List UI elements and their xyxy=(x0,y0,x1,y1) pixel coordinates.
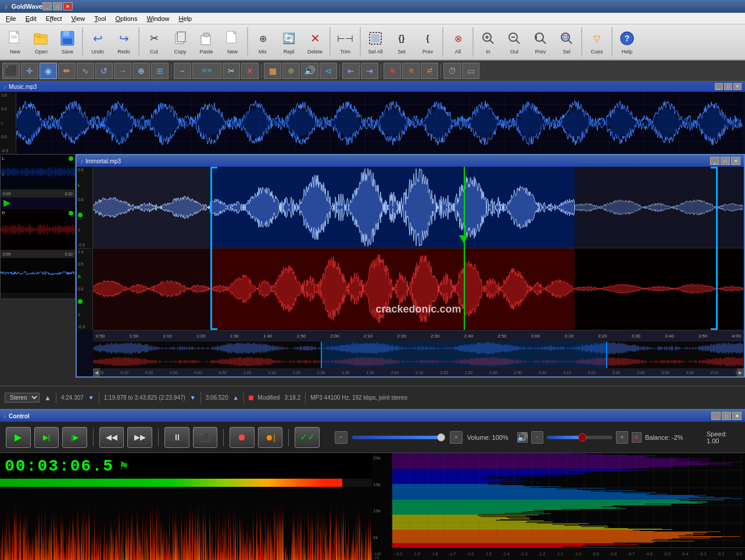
vol-minus[interactable]: − xyxy=(335,431,348,444)
toolbar-zoom-sel[interactable]: Sel xyxy=(554,26,579,58)
menu-options[interactable]: Options xyxy=(111,14,142,23)
tool-comment[interactable]: ▭ xyxy=(462,63,479,79)
vol-plus[interactable]: + xyxy=(450,431,463,444)
music-win-max[interactable]: □ xyxy=(724,83,732,90)
stop-btn[interactable]: ⬛ xyxy=(193,427,218,448)
immortal-main-waveform[interactable]: crackedonic.com xyxy=(93,167,744,330)
accept-btn[interactable]: ✓✓ xyxy=(295,427,320,448)
pos-expand[interactable]: ▲ xyxy=(233,394,239,401)
play-next-btn[interactable]: |▶ xyxy=(62,427,87,448)
toolbar-paste[interactable]: Paste xyxy=(194,26,219,58)
immortal-win-max[interactable]: □ xyxy=(721,157,730,165)
toolbar-delete[interactable]: ✕ Delete xyxy=(302,26,328,58)
tool-arrows3[interactable]: ⇄ xyxy=(421,63,438,79)
menu-tool[interactable]: Tool xyxy=(89,14,110,23)
toolbar-new[interactable]: New xyxy=(2,26,28,58)
tool-scissors[interactable]: ✂ xyxy=(223,63,240,79)
menu-edit[interactable]: Edit xyxy=(21,14,41,23)
toolbar-zoom-in[interactable]: In xyxy=(475,26,501,58)
menu-help[interactable]: Help xyxy=(174,14,197,23)
tool-fx[interactable]: ⊗ xyxy=(402,63,420,79)
menu-view[interactable]: View xyxy=(67,14,90,23)
volume-slider-thumb[interactable] xyxy=(437,433,445,441)
bal-close-btn[interactable]: ✕ xyxy=(632,432,642,443)
tool-left-bracket[interactable]: ⊕ xyxy=(132,63,150,79)
toolbar-zoom-prev[interactable]: Prev xyxy=(528,26,553,58)
toolbar-replace[interactable]: 🔄 Repl xyxy=(276,26,302,58)
overview-scroll-right[interactable]: ▶ xyxy=(737,368,744,376)
tool-arrow-right2[interactable]: ⇥ xyxy=(361,63,378,79)
toolbar-undo[interactable]: ↩ Undo xyxy=(85,26,110,58)
speaker-icon[interactable]: 🔊 xyxy=(517,432,528,443)
balance-slider-thumb[interactable] xyxy=(578,433,586,441)
control-win-close[interactable]: ✕ xyxy=(732,412,742,420)
toolbar-copy[interactable]: Copy xyxy=(167,26,193,58)
tool-crosshair[interactable]: ✛ xyxy=(21,63,38,79)
play-btn[interactable]: ▶ xyxy=(6,427,31,448)
toolbar-redo[interactable]: ↪ Redo xyxy=(111,26,137,58)
punch-btn[interactable]: ⏺| xyxy=(258,427,283,448)
toolbar-save[interactable]: Save xyxy=(55,26,80,58)
play-sel-btn[interactable]: ▶| xyxy=(34,427,59,448)
timer-flag-icon[interactable]: ⚑ xyxy=(119,459,129,473)
control-win-max[interactable]: □ xyxy=(722,412,731,420)
toolbar-cues[interactable]: ▽ Cues xyxy=(584,26,610,58)
immortal-win-controls[interactable]: _ □ ✕ xyxy=(710,157,740,165)
music-win-controls[interactable]: _ □ ✕ xyxy=(715,83,742,90)
tool-circle[interactable]: ◉ xyxy=(40,63,57,79)
tool-pointer[interactable]: ⊞ xyxy=(151,63,169,79)
balance-slider-track[interactable] xyxy=(547,436,613,439)
toolbar-set[interactable]: {} Set xyxy=(389,26,414,58)
control-win-min[interactable]: _ xyxy=(711,412,721,420)
tool-pencil[interactable]: ✏ xyxy=(58,63,76,79)
immortal-win-close[interactable]: ✕ xyxy=(731,157,740,165)
fast-fwd-btn[interactable]: ▶▶ xyxy=(127,427,152,448)
toolbar-prev-mark[interactable]: { Prev xyxy=(415,26,440,58)
tool-wave[interactable]: ∿ xyxy=(77,63,94,79)
toolbar-mix[interactable]: ⊕ Mix xyxy=(250,26,275,58)
close-btn[interactable]: ✕ xyxy=(63,2,73,10)
tool-balance[interactable]: ⊲ xyxy=(320,63,337,79)
tool-arrow-right[interactable]: → xyxy=(114,63,131,79)
immortal-win-min[interactable]: _ xyxy=(710,157,719,165)
tool-cross[interactable]: ✕ xyxy=(241,63,259,79)
overview-scroll-left[interactable]: ◀ xyxy=(93,368,100,376)
control-win-controls[interactable]: _ □ ✕ xyxy=(711,412,742,420)
tool-loop[interactable]: ↺ xyxy=(95,63,113,79)
toolbar-zoom-out[interactable]: Out xyxy=(502,26,527,58)
toolbar-cut[interactable]: ✂ Cut xyxy=(141,26,167,58)
pause-btn[interactable]: ⏸ xyxy=(164,427,189,448)
tool-waveform-view[interactable]: ≋≋ xyxy=(192,63,221,79)
minimize-btn[interactable]: _ xyxy=(42,2,52,10)
music-win-close[interactable]: ✕ xyxy=(733,83,742,90)
tool-selection[interactable]: ↔ xyxy=(174,63,191,79)
volume-slider-track[interactable] xyxy=(352,436,445,439)
status-expand-icon[interactable]: ▲ xyxy=(44,394,51,402)
menu-window[interactable]: Window xyxy=(142,14,174,23)
toolbar-selall[interactable]: Sel All xyxy=(363,26,388,58)
toolbar-open[interactable]: Open xyxy=(28,26,54,58)
bal-plus[interactable]: + xyxy=(616,431,628,444)
duration-expand[interactable]: ▼ xyxy=(88,394,94,401)
music-win-min[interactable]: _ xyxy=(715,83,723,90)
menu-effect[interactable]: Effect xyxy=(41,14,67,23)
titlebar-controls[interactable]: _ □ ✕ xyxy=(42,2,73,10)
tool-arrow-left2[interactable]: ⇤ xyxy=(342,63,360,79)
toolbar-help[interactable]: ? Help xyxy=(614,26,640,58)
channel-mode-select[interactable]: Stereo xyxy=(5,393,40,403)
tool-stop-btn[interactable]: ⬛ xyxy=(2,63,20,79)
toolbar-all[interactable]: ⊗ All xyxy=(445,26,471,58)
record-btn[interactable]: ⏺ xyxy=(230,427,255,448)
sel-expand[interactable]: ▼ xyxy=(190,394,196,401)
toolbar-new2[interactable]: New xyxy=(220,26,245,58)
tool-volume[interactable]: 🔊 xyxy=(301,63,318,79)
menu-file[interactable]: File xyxy=(1,14,21,23)
bal-minus[interactable]: − xyxy=(531,431,543,444)
tool-spectrum[interactable]: ▦ xyxy=(264,63,281,79)
tool-clock[interactable]: ⏱ xyxy=(443,63,461,79)
tool-channel[interactable]: ◎ xyxy=(282,63,300,79)
tool-eq[interactable]: ⊗ xyxy=(384,63,401,79)
toolbar-trim[interactable]: ⊢⊣ Trim xyxy=(332,26,358,58)
maximize-btn[interactable]: □ xyxy=(53,2,62,10)
rewind-btn[interactable]: ◀◀ xyxy=(99,427,124,448)
